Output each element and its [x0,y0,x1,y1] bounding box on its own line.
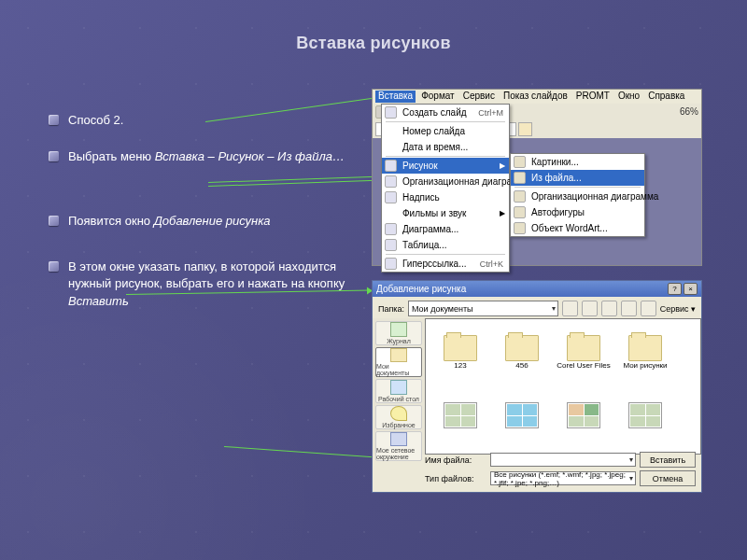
menu-item[interactable]: Таблица... [382,237,509,253]
para-3-text: Появится окно Добавление рисунка [68,213,271,231]
file-item[interactable] [555,388,613,442]
place-icon [390,432,407,446]
insert-button[interactable]: Вставить [640,452,696,468]
place-item[interactable]: Мои документы [375,347,422,377]
menu-item[interactable]: Организационная диаграмма... [382,174,509,189]
service-menu[interactable]: Сервис ▾ [660,304,696,314]
para-3-em: Добавление рисунка [154,214,271,228]
menu-separator [386,254,505,255]
file-item[interactable] [616,388,674,442]
file-item[interactable] [493,388,551,442]
zoom-level[interactable]: 66% [680,106,698,117]
menu-item[interactable]: Из файла... [511,170,644,186]
bullet-1: Способ 2. [49,112,366,130]
file-label: 123 [454,361,466,370]
newfolder-button[interactable] [621,301,637,316]
place-icon [390,348,407,362]
para-1-text: Способ 2. [68,112,123,130]
menu-item-icon [385,239,397,251]
filename-input[interactable] [490,453,636,467]
back-button[interactable] [582,301,598,316]
menu-item[interactable]: Автофигуры [511,204,644,220]
file-item[interactable] [431,388,489,442]
menu-item-сервис[interactable]: Сервис [460,91,498,103]
menu-item-label: Надпись [402,192,440,203]
menu-item-окно[interactable]: Окно [615,91,642,103]
menu-item-label: Дата и время... [402,142,468,152]
menu-item-icon [514,222,526,234]
menu-item[interactable]: Гиперссылка...Ctrl+K [382,256,509,272]
menu-item[interactable]: Картинки... [511,154,644,170]
menu-shortcut: Ctrl+K [480,259,503,269]
place-item[interactable]: Избранное [375,405,422,429]
file-item[interactable]: Мои рисунки [616,325,674,379]
place-label: Мое сетевое окружение [376,447,421,460]
menu-item-icon [385,258,397,270]
menu-item[interactable]: Дата и время... [382,139,509,155]
cancel-button[interactable]: Отмена [640,470,696,486]
places-bar: ЖурналМои документыРабочий столИзбранное… [373,318,425,455]
delete-button[interactable] [601,301,617,316]
file-item[interactable]: 123 [431,325,489,379]
help-button[interactable]: ? [668,283,682,295]
menu-item[interactable]: Организационная диаграмма [511,189,644,204]
place-label: Мои документы [376,363,421,376]
menu-item-справка[interactable]: Справка [645,91,687,103]
menu-item-label: Создать слайд [402,107,467,118]
thumbnail-icon [444,402,477,428]
menu-item[interactable]: Диаграмма... [382,221,509,237]
place-item[interactable]: Журнал [375,321,422,345]
menu-item-icon [385,175,397,188]
menu-item-label: Из файла... [531,173,582,183]
menu-item[interactable]: Создать слайдCtrl+M [382,105,509,120]
menu-item-вставка[interactable]: Вставка [375,91,416,103]
folder-icon [444,335,477,361]
menu-item[interactable]: Рисунок▶ [382,158,509,174]
para-2-a: Выбрать меню [68,149,155,163]
close-button[interactable]: × [684,283,698,295]
slide-title: Вставка рисунков [0,0,747,53]
folder-combo[interactable]: Мои документы [408,301,558,316]
up-button[interactable] [562,301,578,316]
bullet-icon [49,216,59,226]
dialog-titlebar: Добавление рисунка ? × [373,281,701,297]
place-item[interactable]: Мое сетевое окружение [375,431,422,461]
ribbon-button[interactable] [518,122,532,136]
menu-item-icon [514,206,526,218]
file-view[interactable]: 123456Corel User FilesМои рисунки [425,318,701,455]
bullet-icon [49,115,59,125]
bullet-3: Появится окно Добавление рисунка [49,213,366,231]
submenu-picture: Картинки...Из файла...Организационная ди… [510,153,645,237]
menu-item[interactable]: Объект WordArt... [511,220,644,236]
menu-item-label: Гиперссылка... [402,259,467,269]
submenu-arrow-icon: ▶ [500,209,505,217]
place-icon [390,380,407,395]
menu-item[interactable]: Номер слайда [382,123,509,139]
place-label: Рабочий стол [378,396,419,402]
menu-item-показ слайдов[interactable]: Показ слайдов [500,91,571,103]
menu-item-promt[interactable]: PROMT [573,91,613,103]
bullet-4: В этом окне указать папку, в которой нах… [49,259,366,312]
menu-item[interactable]: Надпись [382,189,509,205]
file-label: Мои рисунки [623,361,667,370]
place-item[interactable]: Рабочий стол [375,379,422,403]
menu-item[interactable]: Фильмы и звук▶ [382,205,509,221]
menu-item-формат[interactable]: Формат [418,91,458,103]
folder-icon [567,335,600,361]
views-button[interactable] [641,301,656,316]
menu-separator [386,156,505,157]
menu-item-label: Объект WordArt... [531,223,608,233]
bullet-icon [49,261,59,272]
bullet-icon [49,151,59,161]
submenu-arrow-icon: ▶ [500,161,505,170]
screenshot-file-dialog: Добавление рисунка ? × Папка: Мои докуме… [372,280,702,493]
place-label: Журнал [387,338,411,344]
file-label: 456 [515,361,528,370]
file-item[interactable]: Corel User Files [555,325,613,379]
file-label: Corel User Files [557,361,610,370]
para-2-text: Выбрать меню Вставка – Рисунок – Из файл… [68,148,345,166]
bullet-2: Выбрать меню Вставка – Рисунок – Из файл… [49,148,366,166]
place-icon [390,322,407,337]
file-item[interactable]: 456 [493,325,551,379]
filetype-combo[interactable]: Все рисунки (*.emf; *.wmf; *.jpg; *.jpeg… [490,471,636,485]
